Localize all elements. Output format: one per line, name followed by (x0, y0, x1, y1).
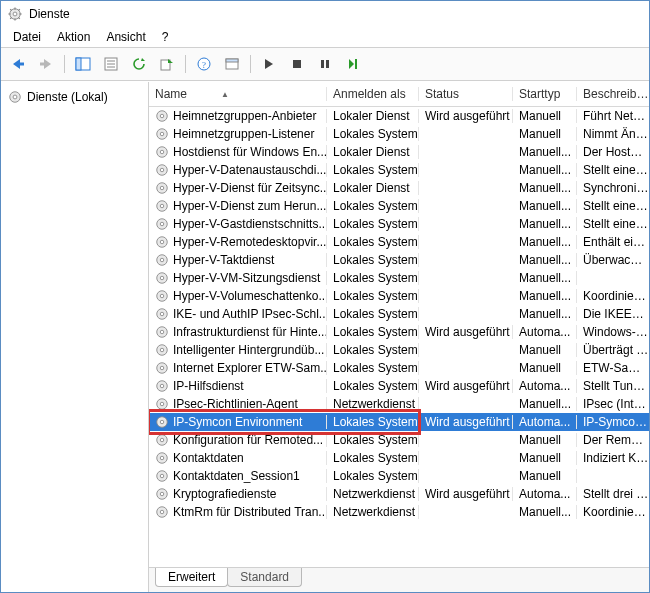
table-row[interactable]: KryptografiediensteNetzwerkdienstWird au… (149, 485, 649, 503)
table-row[interactable]: KtmRm für Distributed Tran...Netzwerkdie… (149, 503, 649, 521)
table-row[interactable]: IPsec-Richtlinien-AgentNetzwerkdienstMan… (149, 395, 649, 413)
cell-description: Stellt einen M... (577, 163, 649, 177)
tree-root-services[interactable]: Dienste (Lokal) (3, 86, 146, 108)
service-name: IP-Hilfsdienst (173, 379, 244, 393)
table-row[interactable]: Heimnetzgruppen-AnbieterLokaler DienstWi… (149, 107, 649, 125)
cell-description: Koordiniert di... (577, 289, 649, 303)
menu-view[interactable]: Ansicht (98, 28, 153, 46)
services-grid[interactable]: Heimnetzgruppen-AnbieterLokaler DienstWi… (149, 107, 649, 567)
table-row[interactable]: Hyper-V-Dienst zum Herun...Lokales Syste… (149, 197, 649, 215)
export-button[interactable] (154, 52, 180, 76)
cell-logon: Lokales System (327, 433, 419, 447)
cell-starttype: Manuell... (513, 199, 577, 213)
cell-starttype: Automa... (513, 415, 577, 429)
tab-standard[interactable]: Standard (227, 568, 302, 587)
console-tree[interactable]: Dienste (Lokal) (1, 82, 149, 592)
table-row[interactable]: Hyper-V-Gastdienstschnitts...Lokales Sys… (149, 215, 649, 233)
refresh-button[interactable] (126, 52, 152, 76)
table-row[interactable]: Kontaktdaten_Session1Lokales SystemManue… (149, 467, 649, 485)
back-button[interactable] (5, 52, 31, 76)
forward-button[interactable] (33, 52, 59, 76)
gear-icon (155, 415, 169, 429)
table-row[interactable]: Heimnetzgruppen-ListenerLokales SystemMa… (149, 125, 649, 143)
menu-help[interactable]: ? (154, 28, 177, 46)
table-row[interactable]: Hyper-V-TaktdienstLokales SystemManuell.… (149, 251, 649, 269)
column-name[interactable]: Name ▲ (149, 87, 327, 101)
menu-action[interactable]: Aktion (49, 28, 98, 46)
cell-description: Stellt Tunnelk... (577, 379, 649, 393)
table-row[interactable]: Intelligenter Hintergrundüb...Lokales Sy… (149, 341, 649, 359)
menu-file[interactable]: Datei (5, 28, 49, 46)
gear-icon (155, 325, 169, 339)
restart-service-button[interactable] (340, 52, 366, 76)
separator (250, 55, 251, 73)
cell-logon: Lokales System (327, 253, 419, 267)
cell-status: Wird ausgeführt (419, 325, 513, 339)
cell-description: Stellt eine Sch... (577, 217, 649, 231)
service-name: Hyper-V-Datenaustauschdi... (173, 163, 326, 177)
cell-description: Überwacht de... (577, 253, 649, 267)
cell-name: Heimnetzgruppen-Anbieter (149, 109, 327, 123)
gear-icon (155, 361, 169, 375)
table-row[interactable]: Infrastrukturdienst für Hinte...Lokales … (149, 323, 649, 341)
tab-extended[interactable]: Erweitert (155, 568, 228, 587)
column-starttype[interactable]: Starttyp (513, 87, 577, 101)
cell-description: Synchronisier... (577, 181, 649, 195)
table-row[interactable]: Internet Explorer ETW-Sam...Lokales Syst… (149, 359, 649, 377)
show-hide-tree-button[interactable] (70, 52, 96, 76)
svg-point-34 (160, 150, 164, 154)
cell-name: Hostdienst für Windows En... (149, 145, 327, 159)
column-description[interactable]: Beschreibung (577, 87, 649, 101)
gear-icon (155, 127, 169, 141)
cell-logon: Lokales System (327, 469, 419, 483)
cell-logon: Lokales System (327, 199, 419, 213)
cell-logon: Lokaler Dienst (327, 181, 419, 195)
cell-name: Kontaktdaten (149, 451, 327, 465)
console-tree-button[interactable] (219, 52, 245, 76)
cell-logon: Lokales System (327, 217, 419, 231)
table-row[interactable]: KontaktdatenLokales SystemManuellIndizie… (149, 449, 649, 467)
stop-service-button[interactable] (284, 52, 310, 76)
table-row[interactable]: Konfiguration für Remoted...Lokales Syst… (149, 431, 649, 449)
svg-rect-22 (226, 59, 238, 62)
column-status[interactable]: Status (419, 87, 513, 101)
cell-logon: Lokales System (327, 163, 419, 177)
svg-point-68 (160, 456, 164, 460)
separator (185, 55, 186, 73)
cell-logon: Lokales System (327, 289, 419, 303)
titlebar[interactable]: Dienste (1, 1, 649, 27)
cell-starttype: Manuell (513, 109, 577, 123)
cell-name: Hyper-V-VM-Sitzungsdienst (149, 271, 327, 285)
pause-service-button[interactable] (312, 52, 338, 76)
column-headers: Name ▲ Anmelden als Status Starttyp Besc… (149, 82, 649, 107)
svg-point-36 (160, 168, 164, 172)
table-row[interactable]: IP-Symcon EnvironmentLokales SystemWird … (149, 413, 649, 431)
tree-root-label: Dienste (Lokal) (27, 90, 108, 104)
gear-icon (155, 235, 169, 249)
table-row[interactable]: Hyper-V-VM-SitzungsdienstLokales SystemM… (149, 269, 649, 287)
gear-icon (155, 289, 169, 303)
table-row[interactable]: Hostdienst für Windows En...Lokaler Dien… (149, 143, 649, 161)
cell-logon: Netzwerkdienst (327, 397, 419, 411)
cell-name: Hyper-V-Datenaustauschdi... (149, 163, 327, 177)
table-row[interactable]: IKE- und AuthIP IPsec-Schl...Lokales Sys… (149, 305, 649, 323)
table-row[interactable]: Hyper-V-Datenaustauschdi...Lokales Syste… (149, 161, 649, 179)
properties-button[interactable] (98, 52, 124, 76)
table-row[interactable]: Hyper-V-Volumeschattenko...Lokales Syste… (149, 287, 649, 305)
start-service-button[interactable] (256, 52, 282, 76)
cell-starttype: Manuell... (513, 289, 577, 303)
table-row[interactable]: Hyper-V-Remotedesktopvir...Lokales Syste… (149, 233, 649, 251)
svg-point-50 (160, 294, 164, 298)
svg-point-38 (160, 186, 164, 190)
help-button[interactable]: ? (191, 52, 217, 76)
cell-name: Infrastrukturdienst für Hinte... (149, 325, 327, 339)
tabstrip: Erweitert Standard (149, 567, 649, 592)
svg-point-62 (160, 402, 164, 406)
cell-name: IP-Hilfsdienst (149, 379, 327, 393)
cell-name: KtmRm für Distributed Tran... (149, 505, 327, 519)
services-list: Name ▲ Anmelden als Status Starttyp Besc… (149, 82, 649, 592)
table-row[interactable]: Hyper-V-Dienst für Zeitsync...Lokaler Di… (149, 179, 649, 197)
service-name: IPsec-Richtlinien-Agent (173, 397, 298, 411)
column-logon[interactable]: Anmelden als (327, 87, 419, 101)
table-row[interactable]: IP-HilfsdienstLokales SystemWird ausgefü… (149, 377, 649, 395)
